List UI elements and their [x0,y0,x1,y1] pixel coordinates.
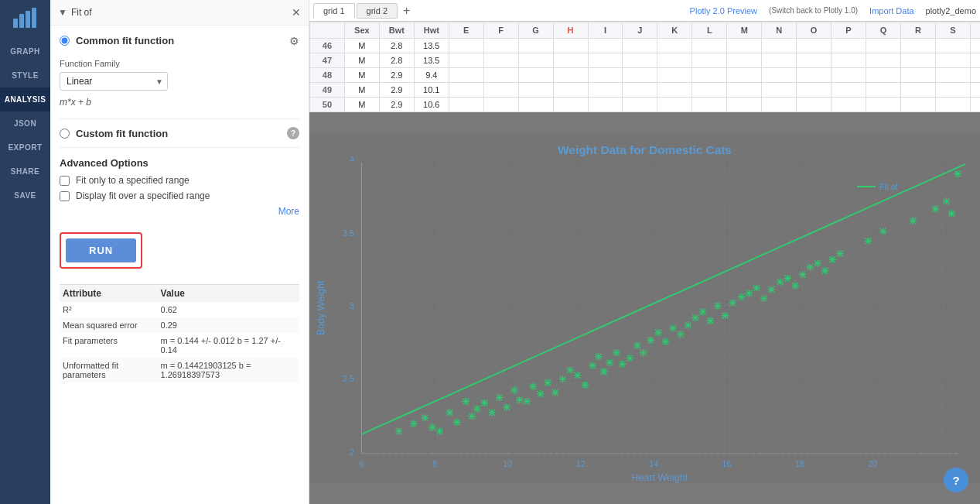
custom-fit-radio[interactable] [60,129,70,139]
common-fit-gear-button[interactable]: ⚙ [289,35,299,47]
nav-item-analysis[interactable]: ANALYSIS [0,87,50,111]
data-cell[interactable] [900,68,935,83]
data-cell[interactable] [623,68,657,83]
data-cell[interactable] [831,68,866,83]
run-button[interactable]: RUN [66,238,136,262]
plotly-preview-link[interactable]: Plotly 2.0 Preview [690,6,757,15]
user-link[interactable]: plotly2_demo [926,6,976,15]
data-cell[interactable]: M [344,53,379,68]
data-cell[interactable] [657,39,692,53]
data-cell[interactable] [588,98,623,112]
data-cell[interactable] [518,83,553,98]
data-cell[interactable] [900,83,935,98]
data-cell[interactable] [797,83,831,98]
data-cell[interactable] [831,98,866,112]
data-cell[interactable]: 13.5 [414,39,449,53]
data-cell[interactable] [866,98,901,112]
data-cell[interactable] [900,39,935,53]
data-cell[interactable] [970,68,980,83]
display-range-checkbox[interactable] [60,191,70,201]
data-cell[interactable] [935,39,970,53]
data-cell[interactable]: 2.8 [379,39,414,53]
data-cell[interactable] [866,53,901,68]
data-cell[interactable] [727,53,762,68]
data-cell[interactable] [623,83,657,98]
data-cell[interactable] [553,39,588,53]
data-cell[interactable] [797,39,831,53]
data-cell[interactable] [483,53,518,68]
data-cell[interactable] [553,98,588,112]
data-cell[interactable] [623,53,657,68]
data-cell[interactable] [623,98,657,112]
common-fit-radio[interactable] [60,36,70,46]
nav-item-export[interactable]: EXPORT [0,135,50,159]
data-cell[interactable] [518,53,553,68]
data-cell[interactable] [692,68,727,83]
data-cell[interactable] [900,53,935,68]
function-family-select[interactable]: Linear Exponential Power Logarithmic Pol… [60,72,168,91]
data-cell[interactable] [692,98,727,112]
add-grid-button[interactable]: + [399,5,414,17]
more-link[interactable]: More [60,206,299,217]
data-cell[interactable] [831,83,866,98]
nav-item-graph[interactable]: GRAPH [0,39,50,63]
data-cell[interactable] [692,53,727,68]
grid-tab-1[interactable]: grid 1 [313,3,355,19]
data-cell[interactable] [483,98,518,112]
data-cell[interactable] [866,83,901,98]
data-cell[interactable]: M [344,39,379,53]
data-cell[interactable] [727,68,762,83]
data-cell[interactable] [762,68,797,83]
panel-chevron-icon[interactable]: ▼ [58,7,67,18]
data-cell[interactable] [797,98,831,112]
data-cell[interactable] [449,39,483,53]
data-cell[interactable] [483,83,518,98]
import-data-link[interactable]: Import Data [869,6,913,15]
nav-item-save[interactable]: SAVE [0,183,50,207]
data-cell[interactable]: 2.9 [379,68,414,83]
fit-range-checkbox[interactable] [60,176,70,186]
grid-tab-2[interactable]: grid 2 [357,3,398,19]
data-cell[interactable] [657,83,692,98]
data-cell[interactable] [866,68,901,83]
data-cell[interactable] [553,53,588,68]
data-cell[interactable] [762,53,797,68]
data-cell[interactable] [588,83,623,98]
data-cell[interactable]: M [344,68,379,83]
data-cell[interactable] [449,83,483,98]
data-cell[interactable] [935,53,970,68]
data-cell[interactable] [483,39,518,53]
data-cell[interactable] [762,83,797,98]
data-cell[interactable] [518,68,553,83]
data-cell[interactable] [657,98,692,112]
data-cell[interactable] [588,53,623,68]
data-cell[interactable] [623,39,657,53]
data-cell[interactable] [831,53,866,68]
data-cell[interactable]: M [344,83,379,98]
data-cell[interactable] [866,39,901,53]
data-cell[interactable]: 9.4 [414,68,449,83]
data-cell[interactable]: 10.6 [414,98,449,112]
data-cell[interactable] [797,53,831,68]
data-cell[interactable] [970,83,980,98]
data-cell[interactable] [449,98,483,112]
data-cell[interactable]: 2.9 [379,98,414,112]
data-cell[interactable]: 13.5 [414,53,449,68]
nav-item-json[interactable]: JSON [0,111,50,135]
data-cell[interactable] [553,83,588,98]
data-cell[interactable] [518,39,553,53]
data-cell[interactable] [449,53,483,68]
data-cell[interactable] [449,68,483,83]
data-cell[interactable] [553,68,588,83]
data-cell[interactable] [935,98,970,112]
data-cell[interactable] [588,68,623,83]
data-cell[interactable] [727,83,762,98]
data-cell[interactable]: 2.9 [379,83,414,98]
panel-close-button[interactable]: ✕ [292,6,301,19]
data-cell[interactable] [970,39,980,53]
data-cell[interactable] [657,68,692,83]
nav-item-style[interactable]: STYLE [0,63,50,87]
data-cell[interactable] [657,53,692,68]
data-cell[interactable] [518,98,553,112]
data-cell[interactable] [831,39,866,53]
